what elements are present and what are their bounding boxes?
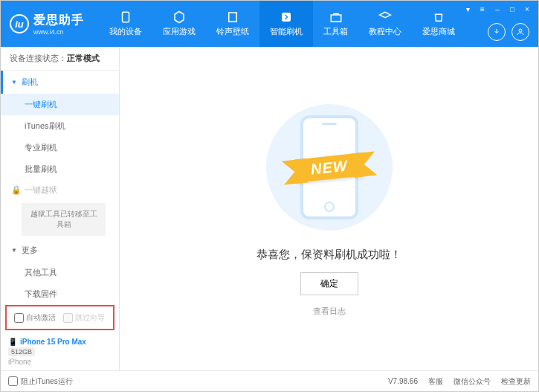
user-icon[interactable] — [511, 23, 529, 41]
lock-icon: 🔒 — [11, 185, 22, 195]
device-name: iPhone 15 Pro Max — [20, 338, 86, 346]
device-info: 📱iPhone 15 Pro Max 512GB iPhone — [1, 333, 119, 370]
skip-guide-checkbox[interactable]: 跳过向导 — [63, 312, 105, 323]
success-illustration: NEW — [251, 100, 407, 234]
logo-icon: iu — [10, 14, 29, 33]
sidebar-item-download-firmware[interactable]: 下载固件 — [1, 283, 119, 302]
logo: iu 爱思助手 www.i4.cn — [10, 13, 84, 36]
nav-ringtones[interactable]: 铃声壁纸 — [206, 1, 259, 47]
sidebar-item-batch-flash[interactable]: 批量刷机 — [1, 158, 119, 180]
block-itunes-checkbox[interactable]: 阻止iTunes运行 — [8, 376, 73, 387]
download-icon[interactable] — [488, 23, 506, 41]
menu-icon[interactable]: ▾ — [462, 4, 473, 14]
minimize-icon[interactable]: – — [492, 4, 503, 14]
nav-my-device[interactable]: 我的设备 — [99, 1, 152, 47]
sidebar-item-pro-flash[interactable]: 专业刷机 — [1, 137, 119, 158]
options-box: 自动激活 跳过向导 — [5, 305, 114, 330]
footer-link-update[interactable]: 检查更新 — [501, 376, 531, 387]
sidebar-item-oneclick-flash[interactable]: 一键刷机 — [1, 94, 119, 115]
svg-rect-0 — [123, 12, 129, 22]
footer: 阻止iTunes运行 V7.98.66 客服 微信公众号 检查更新 — [1, 370, 538, 391]
jailbreak-note: 越狱工具已转移至工具箱 — [22, 203, 106, 236]
view-log-link[interactable]: 查看日志 — [313, 306, 346, 317]
sidebar-group-jailbreak: 🔒一键越狱 — [1, 180, 119, 200]
main-content: NEW 恭喜您，保资料刷机成功啦！ 确定 查看日志 — [120, 47, 538, 370]
app-name: 爱思助手 — [33, 13, 84, 28]
nav-apps-games[interactable]: 应用游戏 — [152, 1, 206, 47]
chevron-down-icon: ▼ — [11, 79, 17, 86]
maximize-icon[interactable]: □ — [507, 4, 517, 14]
svg-rect-3 — [331, 15, 341, 22]
footer-link-wechat[interactable]: 微信公众号 — [454, 376, 491, 387]
sidebar-item-itunes-flash[interactable]: iTunes刷机 — [1, 115, 119, 137]
sidebar: ▼刷机 一键刷机 iTunes刷机 专业刷机 批量刷机 🔒一键越狱 越狱工具已转… — [1, 71, 119, 302]
nav-tutorials[interactable]: 教程中心 — [358, 1, 412, 47]
version-label: V7.98.66 — [388, 377, 418, 385]
svg-point-4 — [519, 29, 522, 32]
chevron-down-icon: ▼ — [11, 247, 17, 254]
title-bar: iu 爱思助手 www.i4.cn 我的设备 应用游戏 铃声壁纸 智能刷机 工具… — [1, 1, 538, 47]
nav-store[interactable]: 爱思商城 — [412, 1, 465, 47]
device-status: 设备连接状态：正常模式 — [1, 47, 119, 71]
ok-button[interactable]: 确定 — [300, 272, 358, 295]
success-message: 恭喜您，保资料刷机成功啦！ — [256, 248, 401, 262]
main-nav: 我的设备 应用游戏 铃声壁纸 智能刷机 工具箱 教程中心 爱思商城 — [99, 1, 465, 47]
app-url: www.i4.cn — [33, 28, 84, 36]
footer-link-support[interactable]: 客服 — [428, 376, 443, 387]
sidebar-item-other-tools[interactable]: 其他工具 — [1, 262, 119, 283]
nav-toolbox[interactable]: 工具箱 — [313, 1, 358, 47]
phone-icon: 📱 — [8, 338, 17, 346]
sidebar-group-more[interactable]: ▼更多 — [1, 239, 119, 262]
nav-smart-flash[interactable]: 智能刷机 — [259, 1, 313, 47]
close-icon[interactable]: × — [522, 4, 532, 14]
device-type: iPhone — [8, 358, 112, 366]
device-storage: 512GB — [8, 347, 35, 356]
svg-rect-2 — [282, 13, 291, 22]
sidebar-group-flash[interactable]: ▼刷机 — [1, 71, 119, 94]
auto-activate-checkbox[interactable]: 自动激活 — [14, 312, 56, 323]
settings-icon[interactable]: ≡ — [477, 4, 488, 14]
svg-rect-1 — [229, 13, 237, 22]
